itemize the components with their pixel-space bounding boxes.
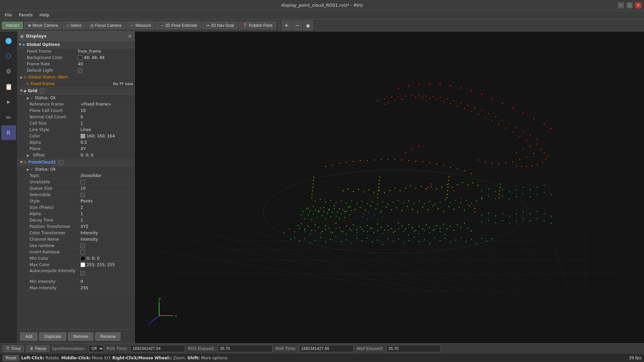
rename-display-button[interactable]: Rename [95,333,120,341]
global-options-header[interactable]: ▼ ◈ Global Options [17,41,135,48]
invert-rainbow-value[interactable] [80,250,133,254]
sidebar-icon-settings[interactable]: ⚙ [1,64,16,78]
grid-status-expand[interactable]: ▶ [27,96,30,100]
cell-size-value[interactable]: 1 [80,121,133,126]
grid-label: Grid [28,88,37,93]
focus-camera-button[interactable]: ◎ Focus Camera [87,22,125,29]
add-axis-button[interactable]: ✛ [282,21,291,30]
pc-status-expand[interactable]: ▶ [27,168,30,171]
use-rainbow-checkbox[interactable] [80,244,85,248]
pause-button[interactable]: ⏸ Pause [26,345,49,352]
menu-panels[interactable]: Panels [15,12,36,18]
pose-estimate-button[interactable]: → 2D Pose Estimate [156,22,201,29]
move-camera-button[interactable]: ⊕ Move Camera [24,22,61,29]
pc-alpha-value[interactable]: 1 [80,212,133,216]
fixed-frame-warn-row[interactable]: ⚠ Fixed Frame No TF data [17,80,135,87]
close-button[interactable]: ✕ [635,2,641,8]
duplicate-display-button[interactable]: Duplicate [39,333,66,341]
offset-expand[interactable]: ▶ [27,154,30,157]
grid-checkbox[interactable] [40,89,44,93]
autocompute-intensity-value[interactable] [80,271,133,276]
use-rainbow-value[interactable] [80,244,133,248]
background-color-value[interactable]: 48; 48; 48 [78,55,133,60]
wall-elapsed-input[interactable] [386,345,441,352]
svg-point-269 [542,162,543,163]
selectable-checkbox[interactable] [80,193,85,197]
fixed-frame-row: Fixed Frame livox_frame [17,48,135,55]
sidebar-icon-rviz[interactable]: R [1,125,16,140]
svg-point-331 [450,202,451,203]
reference-frame-value[interactable]: <Fixed Frame> [80,102,133,107]
grid-plane-value[interactable]: XY [80,146,133,151]
default-light-value[interactable] [78,68,133,73]
min-intensity-value[interactable]: 0 [80,279,133,284]
grid-color-value[interactable]: 160; 160; 164 [80,134,133,138]
max-intensity-value[interactable]: 255 [80,286,133,290]
svg-point-416 [481,222,482,223]
nav-goal-button[interactable]: ⇒ 2D Nav Goal [202,22,237,29]
camera-button[interactable]: ◉ [303,21,313,30]
position-transformer-value[interactable]: XYZ [80,224,133,229]
topic-value[interactable]: /livox/lidar [80,173,133,178]
global-options-expand[interactable]: ▼ [19,43,21,46]
plane-cell-count-value[interactable]: 10 [80,108,133,113]
line-style-value[interactable]: Lines [80,127,133,132]
ros-elapsed-input[interactable] [218,345,273,352]
reset-button[interactable]: Reset [3,355,19,361]
pointcloud2-expand[interactable]: ▼ [20,160,23,164]
queue-size-value[interactable]: 10 [80,186,133,191]
sync-select[interactable]: Off [89,345,104,352]
pc-style-value[interactable]: Points [80,199,133,203]
global-status-row[interactable]: ▶ ⚠ Global Status: Warn [17,74,135,80]
selectable-value[interactable] [80,193,133,197]
pointcloud2-header[interactable]: ▼ ⚠ PointCloud2 [17,159,135,166]
window-title: display_point_cloud_ROS1.rviz* - RViz [281,3,363,8]
fixed-frame-value[interactable]: livox_frame [78,49,133,54]
decay-time-value[interactable]: 1 [80,218,133,223]
size-pixels-value[interactable]: 2 [80,205,133,210]
select-button[interactable]: □ Select [63,22,85,29]
wall-time-input[interactable] [299,345,354,352]
grid-expand[interactable]: ▼ [20,89,23,93]
minimize-button[interactable]: ─ [618,2,624,8]
min-color-value[interactable]: 0; 0; 0 [80,256,133,261]
add-display-button[interactable]: Add [20,333,37,341]
sidebar-icon-vscode[interactable]: ⬡ [1,48,16,63]
sidebar-icon-terminal[interactable]: ▶ [1,95,16,109]
svg-point-166 [499,187,500,188]
grid-alpha-value[interactable]: 0.5 [80,140,133,145]
remove-display-button[interactable]: Remove [68,333,93,341]
sidebar-icon-edit[interactable]: ✏ [1,110,16,125]
sidebar-icon-chrome[interactable]: ⬤ [1,33,16,48]
svg-point-292 [330,216,331,217]
global-status-expand[interactable]: ▶ [20,75,23,79]
displays-panel-close[interactable]: ✕ [128,34,132,39]
max-color-value[interactable]: 255; 255; 255 [80,262,133,267]
unreliable-checkbox[interactable] [80,180,85,184]
pc-status-row[interactable]: ▶ ✓ Status: Ok [17,166,135,173]
color-transformer-value[interactable]: Intensity [80,231,133,235]
ros-time-input[interactable] [130,345,185,352]
autocompute-intensity-checkbox[interactable] [80,271,85,276]
unreliable-value[interactable] [80,180,133,184]
sidebar-icon-files[interactable]: 📋 [1,79,16,94]
grid-offset-value[interactable]: 0; 0; 0 [80,153,133,158]
displays-scroll[interactable]: ▼ ◈ Global Options Fixed Frame livox_fra… [17,41,135,329]
channel-name-value[interactable]: intensity [80,237,133,242]
invert-rainbow-checkbox[interactable] [80,250,85,254]
grid-header[interactable]: ▼ ◈ Grid [17,87,135,95]
frame-rate-value[interactable]: 40 [78,62,133,66]
interact-button[interactable]: Interact [2,22,23,29]
menu-help[interactable]: Help [36,12,53,18]
svg-point-407 [495,215,496,216]
menu-file[interactable]: File [1,12,15,18]
viewport[interactable]: x y z [135,32,644,343]
maximize-button[interactable]: □ [627,2,633,8]
publish-point-button[interactable]: 📍 Publish Point [239,22,276,29]
normal-cell-count-value[interactable]: 0 [80,115,133,119]
pointcloud2-checkbox[interactable] [59,160,63,165]
measure-button[interactable]: ↔ Measure [126,22,155,29]
default-light-checkbox[interactable] [78,68,82,73]
grid-status-row[interactable]: ▶ ✓ Status: Ok [17,95,135,101]
remove-button[interactable]: ─ [292,21,302,30]
